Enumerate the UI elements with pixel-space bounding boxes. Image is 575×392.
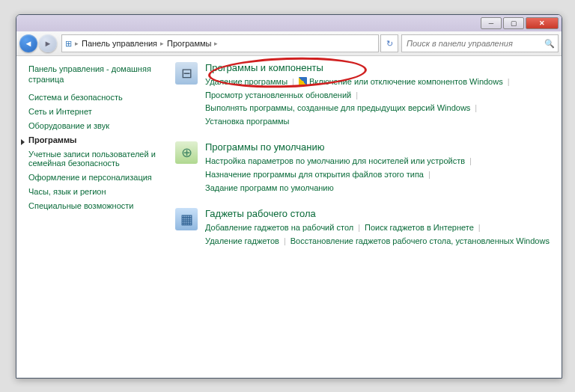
sidebar-item-2[interactable]: Оборудование и звук bbox=[28, 121, 162, 130]
sidebar-item-6[interactable]: Часы, язык и регион bbox=[28, 187, 162, 196]
section-1: ⊕Программы по умолчаниюНастройка парамет… bbox=[175, 141, 554, 195]
chevron-right-icon: ▸ bbox=[75, 40, 79, 47]
sidebar: Панель управления - домашняя страница Си… bbox=[16, 56, 168, 379]
task-link[interactable]: Удаление программы bbox=[205, 76, 288, 89]
separator: | bbox=[469, 155, 472, 168]
section-title[interactable]: Программы по умолчанию bbox=[205, 141, 554, 153]
separator: | bbox=[428, 168, 431, 182]
control-panel-window: ─ ▢ ✕ ◄ ► ⊞ ▸ Панель управления ▸ Програ… bbox=[16, 14, 562, 379]
close-button[interactable]: ✕ bbox=[526, 17, 559, 29]
chevron-right-icon: ▸ bbox=[214, 40, 218, 47]
section-icon: ⊕ bbox=[175, 141, 198, 164]
section-icon: ⊟ bbox=[175, 62, 198, 85]
navbar: ◄ ► ⊞ ▸ Панель управления ▸ Программы ▸ … bbox=[16, 31, 562, 56]
section-title[interactable]: Гаджеты рабочего стола bbox=[205, 208, 554, 219]
breadcrumb-item[interactable]: Программы bbox=[167, 39, 211, 48]
separator: | bbox=[475, 102, 477, 115]
sidebar-item-3[interactable]: Программы bbox=[28, 135, 162, 144]
sidebar-item-1[interactable]: Сеть и Интернет bbox=[28, 107, 162, 116]
titlebar: ─ ▢ ✕ bbox=[16, 15, 562, 31]
separator: | bbox=[478, 221, 481, 235]
task-link[interactable]: Включение или отключение компонентов Win… bbox=[299, 76, 503, 89]
task-link[interactable]: Просмотр установленных обновлений bbox=[205, 89, 351, 102]
sidebar-home-link[interactable]: Панель управления - домашняя страница bbox=[28, 64, 162, 85]
search-icon: 🔍 bbox=[544, 39, 555, 49]
sidebar-item-4[interactable]: Учетные записи пользователей и семейная … bbox=[28, 150, 162, 168]
section-2: ▦Гаджеты рабочего столаДобавление гаджет… bbox=[175, 208, 554, 248]
task-link[interactable]: Настройка параметров по умолчанию для но… bbox=[205, 155, 465, 168]
back-button[interactable]: ◄ bbox=[19, 34, 37, 52]
maximize-button[interactable]: ▢ bbox=[503, 17, 524, 29]
task-link[interactable]: Выполнять программы, созданные для преды… bbox=[205, 102, 470, 115]
separator: | bbox=[356, 89, 358, 102]
separator: | bbox=[292, 76, 294, 89]
sidebar-item-7[interactable]: Специальные возможности bbox=[28, 201, 162, 210]
refresh-button[interactable]: ↻ bbox=[380, 34, 398, 52]
section-title[interactable]: Программы и компоненты bbox=[205, 62, 554, 73]
task-link[interactable]: Назначение программы для открытия файлов… bbox=[205, 168, 424, 182]
breadcrumb-item[interactable]: Панель управления bbox=[82, 39, 157, 48]
separator: | bbox=[508, 76, 510, 89]
task-link[interactable]: Удаление гаджетов bbox=[205, 235, 279, 248]
shield-icon bbox=[299, 77, 307, 85]
section-0: ⊟Программы и компонентыУдаление программ… bbox=[175, 62, 554, 128]
forward-button[interactable]: ► bbox=[39, 34, 57, 52]
separator: | bbox=[358, 221, 360, 235]
main-content: ⊟Программы и компонентыУдаление программ… bbox=[168, 56, 562, 379]
search-box[interactable]: 🔍 bbox=[401, 34, 559, 52]
task-link[interactable]: Восстановление гаджетов рабочего стола, … bbox=[290, 235, 550, 248]
task-link[interactable]: Установка программы bbox=[205, 115, 290, 129]
sidebar-item-0[interactable]: Система и безопасность bbox=[28, 93, 162, 102]
section-icon: ▦ bbox=[175, 208, 198, 230]
minimize-button[interactable]: ─ bbox=[481, 17, 502, 29]
chevron-right-icon: ▸ bbox=[160, 40, 164, 47]
task-link[interactable]: Задание программ по умолчанию bbox=[205, 182, 334, 195]
breadcrumb-bar[interactable]: ⊞ ▸ Панель управления ▸ Программы ▸ bbox=[61, 34, 379, 52]
control-panel-icon: ⊞ bbox=[65, 39, 72, 49]
sidebar-item-5[interactable]: Оформление и персонализация bbox=[28, 173, 162, 182]
search-input[interactable] bbox=[402, 39, 558, 48]
task-link[interactable]: Добавление гаджетов на рабочий стол bbox=[205, 221, 353, 235]
task-link[interactable]: Поиск гаджетов в Интернете bbox=[365, 221, 474, 235]
separator: | bbox=[284, 235, 286, 248]
